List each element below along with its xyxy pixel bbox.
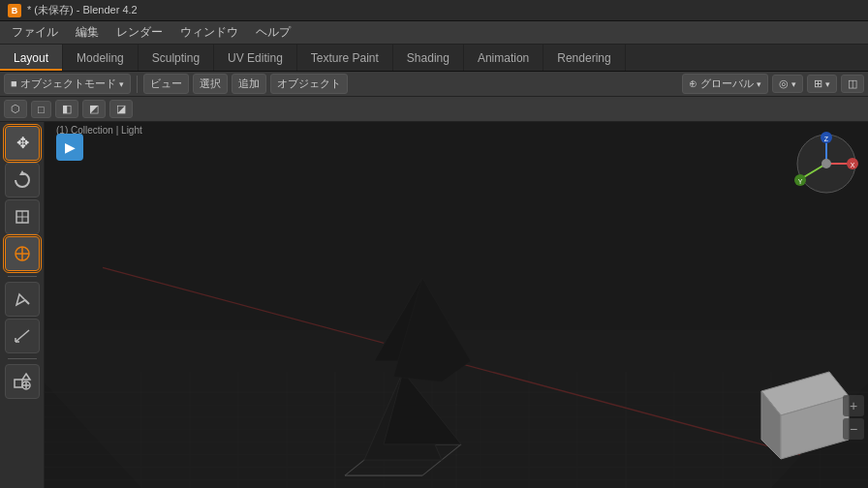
viewport-tool-2[interactable]: □	[31, 101, 51, 118]
tool-move[interactable]: ✥	[5, 126, 40, 161]
tool-measure[interactable]	[5, 319, 40, 353]
svg-marker-13	[22, 374, 30, 380]
tool-scale[interactable]	[5, 199, 40, 234]
rotate-icon	[13, 170, 32, 190]
svg-text:Z: Z	[824, 136, 829, 142]
select-menu[interactable]: 選択	[193, 74, 228, 94]
viewport-tool-3[interactable]: ◧	[55, 100, 78, 118]
tab-sculpting[interactable]: Sculpting	[139, 45, 214, 71]
add-object-icon	[13, 372, 32, 391]
viewport-toolbar: ⬡ □ ◧ ◩ ◪	[0, 97, 868, 122]
viewport-tool-1[interactable]: ⬡	[4, 100, 27, 118]
toolbar-sep-1	[137, 76, 138, 93]
viewport-tool-4[interactable]: ◩	[82, 100, 106, 118]
viewport-tool-5[interactable]: ◪	[109, 100, 133, 118]
gizmo-options[interactable]: ◫	[841, 75, 864, 93]
3d-viewport[interactable]: ▶ ユーザー・透視投影 (1) Collection | Light	[45, 122, 868, 488]
tab-animation[interactable]: Animation	[464, 45, 543, 71]
svg-rect-12	[15, 380, 22, 387]
mode-selector[interactable]: ■ オブジェクトモード	[4, 74, 131, 94]
tool-add-object[interactable]	[5, 364, 40, 399]
proportional-edit[interactable]: ⊞	[807, 75, 837, 93]
svg-text:X: X	[851, 162, 855, 168]
blender-logo-text: B	[12, 6, 18, 15]
snap-options[interactable]: ◎	[772, 75, 803, 93]
titlebar: B * (未保存) - Blender 4.2	[0, 0, 868, 21]
viewport-nav-buttons: + −	[843, 395, 864, 440]
left-toolbar: ✥	[0, 122, 45, 488]
tab-uv-editing[interactable]: UV Editing	[214, 45, 297, 71]
nav-gizmo-svg: X Y Z	[792, 130, 860, 198]
svg-line-9	[16, 330, 29, 342]
measure-icon	[13, 326, 32, 346]
toolbar-right: ⊕ グローバル ◎ ⊞ ◫	[682, 74, 864, 94]
transform-orientation[interactable]: ⊕ グローバル	[682, 74, 768, 94]
navigation-gizmo[interactable]: X Y Z	[792, 130, 860, 198]
tab-texture-paint[interactable]: Texture Paint	[297, 45, 393, 71]
add-menu[interactable]: 追加	[232, 74, 266, 94]
tool-annotate[interactable]	[5, 282, 40, 317]
object-menu[interactable]: オブジェクト	[270, 74, 348, 94]
menubar: ファイル 編集 レンダー ウィンドウ ヘルプ	[0, 21, 868, 45]
blender-icon: B	[8, 4, 21, 17]
menu-help[interactable]: ヘルプ	[248, 22, 298, 43]
menu-file[interactable]: ファイル	[4, 22, 66, 43]
workspace-tabbar: Layout Modeling Sculpting UV Editing Tex…	[0, 45, 868, 72]
zoom-in-btn[interactable]: +	[843, 395, 864, 416]
move-icon: ✥	[13, 134, 32, 153]
tab-modeling[interactable]: Modeling	[63, 45, 139, 71]
menu-window[interactable]: ウィンドウ	[172, 22, 246, 43]
viewport-container: ✥	[0, 122, 868, 488]
svg-point-69	[822, 159, 831, 168]
tab-rendering[interactable]: Rendering	[543, 45, 625, 71]
tool-transform[interactable]	[5, 236, 40, 271]
menu-render[interactable]: レンダー	[108, 22, 170, 43]
scale-icon	[13, 207, 32, 227]
svg-text:Y: Y	[798, 178, 803, 185]
tool-sep-2	[8, 358, 37, 359]
tool-rotate[interactable]	[5, 163, 40, 198]
view-menu[interactable]: ビュー	[143, 74, 189, 94]
window-title: * (未保存) - Blender 4.2	[27, 3, 138, 17]
svg-line-8	[25, 300, 29, 304]
menu-edit[interactable]: 編集	[68, 22, 107, 43]
tab-layout[interactable]: Layout	[0, 45, 63, 71]
transform-icon	[13, 244, 32, 263]
tool-sep-1	[8, 276, 37, 277]
main-toolbar: ■ オブジェクトモード ビュー 選択 追加 オブジェクト ⊕ グローバル ◎ ⊞…	[0, 72, 868, 97]
zoom-out-btn[interactable]: −	[843, 418, 864, 440]
svg-text:✥: ✥	[16, 135, 28, 151]
annotate-icon	[13, 290, 32, 309]
tab-shading[interactable]: Shading	[393, 45, 464, 71]
